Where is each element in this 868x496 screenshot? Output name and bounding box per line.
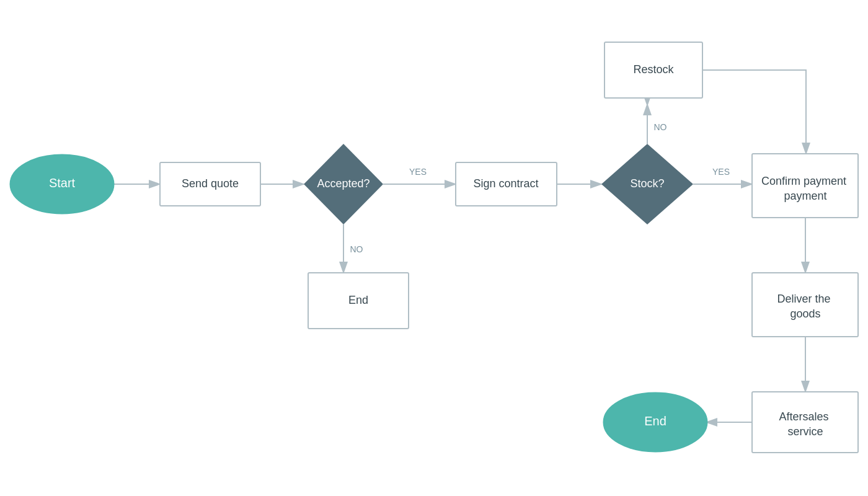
restock-node: Restock [604,42,702,98]
confirm-payment-node: Confirm payment payment [752,154,858,218]
send-quote-label: Send quote [182,177,239,190]
sign-contract-node: Sign contract [456,162,557,206]
start-label: Start [49,176,76,190]
restock-label: Restock [633,63,674,76]
end-final-node: End [604,393,707,451]
end-final-label: End [644,414,666,428]
aftersales-node: Aftersales service [752,392,858,453]
deliver-goods-node: Deliver the goods [752,273,858,337]
send-quote-node: Send quote [160,162,260,206]
end-no-label: End [348,294,368,306]
accepted-label: Accepted? [317,177,370,190]
stock-label: Stock? [630,177,664,190]
stock-node: Stock? [601,144,693,224]
sign-contract-label: Sign contract [473,177,538,190]
arrow-restock-to-confirm [702,70,806,154]
no-label-1: NO [350,244,363,254]
end-no-node: End [308,273,409,329]
no-label-2: NO [654,122,667,132]
yes-label-2: YES [712,167,730,177]
yes-label-1: YES [409,167,427,177]
accepted-node: Accepted? [304,144,383,224]
start-node: Start [11,155,113,213]
